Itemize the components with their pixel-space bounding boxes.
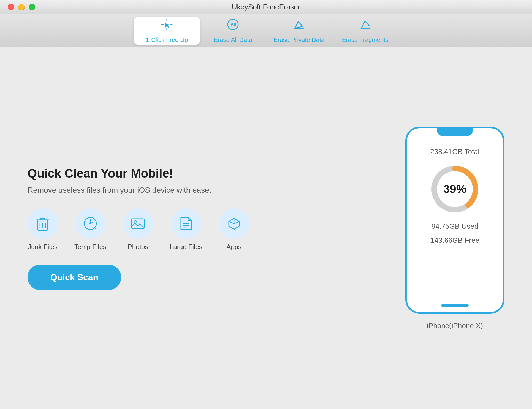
- maximize-button[interactable]: [29, 4, 35, 10]
- photos-icon-circle: [123, 208, 153, 239]
- headline: Quick Clean Your Mobile!: [28, 167, 378, 180]
- temp-label: Temp Files: [74, 243, 106, 251]
- toolbar: 1-Click Free Up All Erase All Data Erase…: [0, 14, 532, 47]
- feature-photos[interactable]: Photos: [123, 208, 153, 251]
- tab-erase-fragments-label: Erase Fragments: [342, 36, 389, 43]
- temp-icon: [83, 216, 98, 231]
- right-panel: 238.41GB Total 39% 94.75GB Used 143.66GB…: [405, 127, 504, 330]
- cursor-icon: [161, 18, 173, 34]
- junk-label: Junk Files: [28, 243, 58, 251]
- svg-text:All: All: [230, 22, 236, 27]
- feature-junk[interactable]: Junk Files: [28, 208, 58, 251]
- large-label: Large Files: [170, 243, 202, 251]
- svg-rect-18: [132, 219, 144, 229]
- phone-frame: 238.41GB Total 39% 94.75GB Used 143.66GB…: [405, 127, 504, 314]
- erase-all-icon: All: [227, 18, 239, 34]
- quick-scan-button[interactable]: Quick Scan: [28, 265, 121, 290]
- main-content: Quick Clean Your Mobile! Remove useless …: [0, 47, 532, 409]
- traffic-lights: [8, 4, 35, 10]
- phone-notch: [437, 128, 473, 136]
- temp-icon-circle: [75, 208, 105, 239]
- storage-free: 143.66GB Free: [430, 236, 479, 245]
- apps-label: Apps: [226, 243, 241, 251]
- tab-erase-all[interactable]: All Erase All Data: [200, 17, 266, 45]
- feature-temp[interactable]: Temp Files: [74, 208, 106, 251]
- apps-icon: [227, 216, 241, 231]
- storage-used: 94.75GB Used: [431, 222, 479, 231]
- tab-1click-label: 1-Click Free Up: [146, 36, 188, 43]
- tab-erase-fragments[interactable]: Erase Fragments: [332, 17, 398, 45]
- large-files-icon: [179, 216, 193, 231]
- device-name: iPhone(iPhone X): [427, 321, 483, 330]
- donut-chart: 39%: [427, 162, 482, 217]
- large-icon-circle: [171, 208, 201, 239]
- tab-erase-private-label: Erase Private Data: [274, 36, 325, 43]
- feature-icons: Junk Files Temp Files: [28, 208, 378, 251]
- window-title: UkeySoft FoneEraser: [232, 3, 300, 11]
- subline: Remove useless files from your iOS devic…: [28, 186, 378, 195]
- left-panel: Quick Clean Your Mobile! Remove useless …: [28, 167, 378, 290]
- apps-icon-circle: [219, 208, 249, 239]
- text-block: Quick Clean Your Mobile! Remove useless …: [28, 167, 378, 195]
- tab-1click[interactable]: 1-Click Free Up: [134, 17, 200, 45]
- junk-icon: [36, 216, 50, 231]
- tab-erase-private[interactable]: Erase Private Data: [266, 17, 332, 45]
- svg-point-19: [134, 221, 137, 223]
- feature-apps[interactable]: Apps: [219, 208, 249, 251]
- phone-home-bar: [441, 304, 469, 307]
- storage-total: 238.41GB Total: [430, 148, 480, 156]
- minimize-button[interactable]: [18, 4, 25, 10]
- erase-private-icon: [293, 18, 305, 34]
- photos-label: Photos: [128, 243, 148, 251]
- tab-erase-all-label: Erase All Data: [214, 36, 252, 43]
- close-button[interactable]: [8, 4, 14, 10]
- erase-fragments-icon: [359, 18, 371, 34]
- title-bar: UkeySoft FoneEraser: [0, 0, 532, 14]
- feature-large[interactable]: Large Files: [170, 208, 202, 251]
- donut-percent: 39%: [443, 182, 466, 196]
- junk-icon-circle: [28, 208, 58, 239]
- photos-icon: [131, 217, 145, 230]
- svg-point-16: [89, 223, 91, 224]
